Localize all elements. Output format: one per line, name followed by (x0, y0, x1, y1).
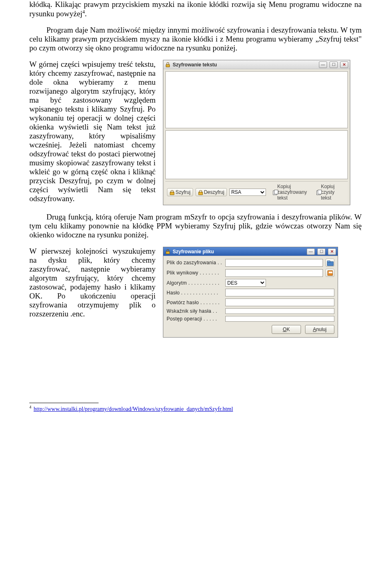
copy-ciphertext-button[interactable]: Kopiuj zaszyfrowany tekst (271, 183, 312, 202)
browse-source-button[interactable] (325, 259, 334, 267)
browse-output-button[interactable] (325, 269, 334, 277)
section-file-encryption: W pierwszej kolejności wyszukujemy na dy… (29, 247, 362, 338)
paragraph-1: kłódką. Klikając prawym przyciskiem mysz… (29, 0, 362, 18)
padlock-icon (165, 249, 171, 255)
decrypt-button[interactable]: Deszyfruj (196, 188, 227, 196)
window2-footer: OK Anuluj (167, 325, 334, 334)
password-strength-bar (225, 308, 334, 314)
label-password: Hasło . . . . . . . . . . . . . (167, 290, 223, 296)
lock-icon (169, 190, 174, 195)
footnote-number: 4 (29, 405, 31, 409)
encrypt-button-label: Szyfruj (176, 189, 191, 195)
minimize-button[interactable]: — (307, 248, 315, 255)
copy-icon (273, 190, 276, 195)
maximize-button[interactable]: ☐ (329, 61, 338, 68)
footnote-4: 4 http://www.instalki.pl/programy/downlo… (29, 405, 362, 412)
label-source-file: Plik do zaszyfrowania . . (167, 260, 223, 265)
paragraph-4: Drugą funkcją, którą oferuje Nam program… (29, 213, 362, 239)
paragraph-1-text-b: . (85, 9, 87, 18)
row-password-repeat: Powtórz hasło . . . . . . . (167, 298, 334, 306)
row-source-file: Plik do zaszyfrowania . . (167, 259, 334, 267)
copy-icon (316, 190, 319, 195)
row-password: Hasło . . . . . . . . . . . . . (167, 289, 334, 296)
window1-toolbar: Szyfruj Deszyfruj RSA Kopiuj zaszyfro (165, 181, 348, 203)
password-repeat-field[interactable] (225, 298, 334, 306)
close-button[interactable]: ✕ (328, 248, 336, 255)
padlock-icon (165, 62, 171, 68)
folder-icon (327, 261, 333, 265)
plaintext-input[interactable] (165, 71, 348, 128)
label-progress: Postęp operacji . . . . . (167, 316, 223, 322)
footnote-link[interactable]: http://www.instalki.pl/programy/download… (34, 406, 233, 412)
window1-titlebar[interactable]: Szyfrowanie tekstu — ☐ ✕ (163, 60, 350, 69)
window1-title: Szyfrowanie tekstu (173, 62, 217, 68)
paragraph-2: Program daje Nam możliwość między innymi… (29, 26, 362, 53)
label-password-repeat: Powtórz hasło . . . . . . . (167, 300, 223, 305)
row-algorithm: Algorytm . . . . . . . . . . . DES (167, 279, 334, 287)
row-output-file: Plik wynikowy . . . . . . . (167, 269, 334, 277)
label-password-strength: Wskaźnik siły hasła . . (167, 308, 223, 314)
unlock-icon (198, 190, 202, 195)
section-text-encryption: W górnej części wpisujemy treść tekstu, … (29, 60, 362, 205)
source-file-field[interactable] (225, 259, 323, 267)
maximize-button[interactable]: ☐ (317, 248, 325, 255)
close-button[interactable]: ✕ (340, 61, 348, 68)
output-file-field[interactable] (225, 269, 323, 277)
encrypt-button[interactable]: Szyfruj (167, 188, 193, 196)
window2-titlebar[interactable]: Szyfrowanie pliku — ☐ ✕ (163, 247, 338, 256)
window-szyfrowanie-tekstu: Szyfrowanie tekstu — ☐ ✕ Szyfruj (163, 60, 350, 205)
copy-plaintext-button[interactable]: Kopiuj czysty tekst (314, 183, 346, 202)
window2-title: Szyfrowanie pliku (173, 249, 214, 255)
cancel-button[interactable]: Anuluj (305, 325, 334, 334)
ciphertext-output[interactable] (165, 130, 348, 179)
window-szyfrowanie-pliku: Szyfrowanie pliku — ☐ ✕ Plik do zaszyfro… (163, 247, 338, 338)
label-algorithm: Algorytm . . . . . . . . . . . (167, 280, 223, 286)
paragraph-3: W górnej części wpisujemy treść tekstu, … (29, 60, 156, 203)
algorithm-select[interactable]: RSA (229, 189, 266, 196)
paragraph-1-text-a: kłódką. Klikając prawym przyciskiem mysz… (29, 0, 362, 18)
cancel-button-rest: nuluj (316, 327, 326, 332)
decrypt-button-label: Deszyfruj (204, 189, 224, 195)
password-field[interactable] (225, 289, 334, 296)
copy-plaintext-label: Kopiuj czysty tekst (321, 184, 344, 201)
algorithm-select[interactable]: DES (225, 279, 266, 287)
label-output-file: Plik wynikowy . . . . . . . (167, 270, 223, 276)
row-strength: Wskaźnik siły hasła . . (167, 308, 334, 314)
ok-button[interactable]: OK (272, 325, 301, 334)
minimize-button[interactable]: — (319, 61, 327, 68)
ok-button-accel: O (283, 327, 286, 332)
paragraph-5: W pierwszej kolejności wyszukujemy na dy… (29, 247, 156, 318)
progress-bar (225, 316, 334, 322)
footnote-separator (29, 403, 99, 403)
copy-ciphertext-label: Kopiuj zaszyfrowany tekst (277, 184, 310, 201)
save-icon (327, 270, 333, 276)
ok-button-rest: K (287, 327, 290, 332)
row-progress: Postęp operacji . . . . . (167, 316, 334, 322)
cancel-button-accel: A (313, 327, 316, 332)
